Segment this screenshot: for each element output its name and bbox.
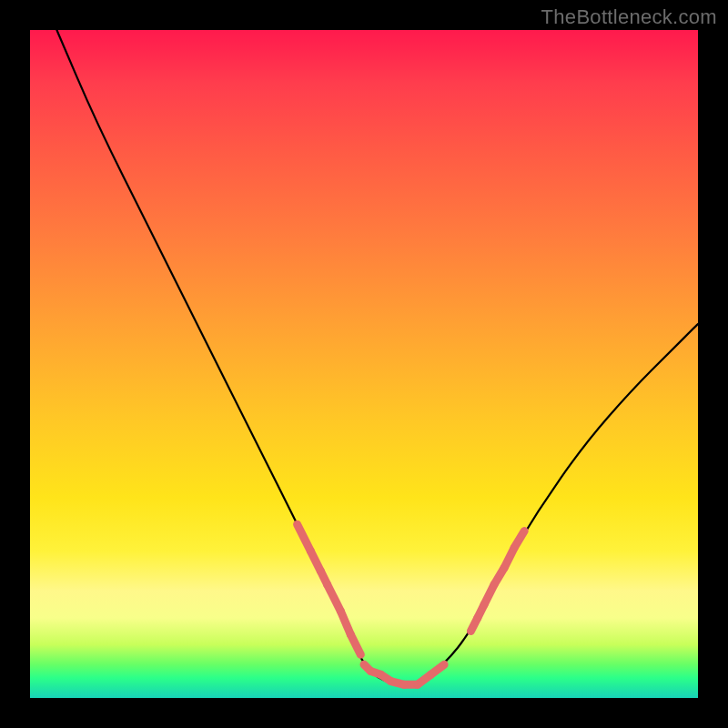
valley-marker-segment xyxy=(514,531,524,548)
valley-marker-segment xyxy=(298,524,311,551)
valley-marker-segment xyxy=(350,634,360,654)
curve-layer xyxy=(30,30,698,698)
valley-markers xyxy=(298,524,525,684)
watermark-text: TheBottleneck.com xyxy=(541,5,717,29)
valley-marker-segment xyxy=(328,584,341,611)
chart-stage: TheBottleneck.com xyxy=(0,0,728,728)
valley-marker-segment xyxy=(430,664,444,674)
gradient-plot-area xyxy=(30,30,698,698)
bottleneck-curve xyxy=(56,30,698,684)
